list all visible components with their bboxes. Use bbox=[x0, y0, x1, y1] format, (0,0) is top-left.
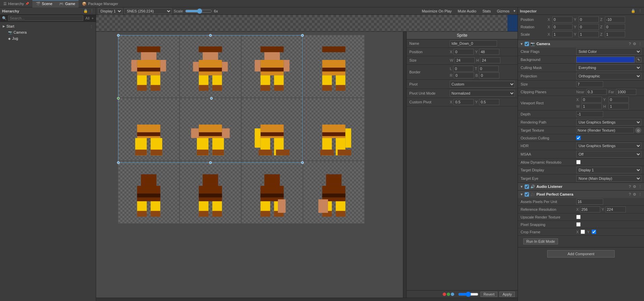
sprite-pivot-y[interactable] bbox=[479, 99, 499, 105]
rot-x-input[interactable] bbox=[552, 24, 573, 30]
add-component-btn[interactable]: Add Component bbox=[547, 250, 615, 258]
scale-slider[interactable] bbox=[185, 9, 212, 13]
svg-rect-62 bbox=[320, 150, 334, 156]
target-display-select[interactable]: Display 1 Display 2 bbox=[576, 167, 641, 173]
viewport-w-input[interactable] bbox=[582, 103, 602, 109]
pos-y-input[interactable] bbox=[579, 16, 599, 23]
hierarchy-item-start[interactable]: ▶ Start ⋮ bbox=[0, 23, 96, 29]
hierarchy-more-icon[interactable]: ⋮ bbox=[90, 9, 94, 13]
apply-button[interactable]: Apply bbox=[499, 292, 515, 297]
tab-package-manager[interactable]: 📦 Package Manager bbox=[79, 0, 121, 7]
svg-rect-38 bbox=[137, 132, 160, 136]
occlusion-culling-checkbox[interactable] bbox=[576, 136, 581, 140]
depth-input[interactable] bbox=[576, 111, 603, 117]
pixel-more-icon[interactable]: ⋮ bbox=[638, 192, 642, 197]
upscale-render-checkbox[interactable] bbox=[576, 215, 581, 219]
resolution-select[interactable]: SNES (256:224) bbox=[124, 8, 172, 14]
sprite-pivot-x[interactable] bbox=[453, 99, 474, 105]
pixels-per-unit-input[interactable] bbox=[576, 199, 603, 205]
msaa-select[interactable]: Off 2x 4x 8x bbox=[576, 151, 641, 158]
pixel-help-icon[interactable]: ? bbox=[629, 192, 631, 197]
audio-listener-checkbox[interactable] bbox=[525, 185, 529, 189]
stats-btn[interactable]: Stats bbox=[480, 8, 493, 14]
ref-res-y-input[interactable] bbox=[606, 206, 626, 212]
canvas-horizontal-scrollbar[interactable] bbox=[96, 298, 518, 301]
revert-button[interactable]: Revert bbox=[480, 292, 497, 297]
hierarchy-lock-icon[interactable]: 🔒 bbox=[83, 9, 88, 13]
background-color-swatch[interactable] bbox=[576, 57, 635, 63]
far-clip-input[interactable] bbox=[616, 89, 636, 95]
scale-y-input[interactable] bbox=[579, 31, 599, 37]
target-eye-select[interactable]: None (Main Display) Both Left Right bbox=[576, 175, 641, 182]
target-texture-select-btn[interactable]: ⊙ bbox=[635, 127, 641, 133]
sprite-pivot-select[interactable]: Custom Center TopLeft TopCenter TopRight… bbox=[450, 81, 515, 88]
viewport-y-input[interactable] bbox=[609, 97, 629, 103]
tab-game[interactable]: 🎮 Game bbox=[56, 0, 79, 7]
upscale-render-row: Upscale Render Texture bbox=[518, 213, 644, 221]
mute-audio-btn[interactable]: Mute Audio bbox=[456, 8, 478, 14]
hdr-select[interactable]: Use Graphics Settings On Off bbox=[576, 142, 641, 149]
near-clip-input[interactable] bbox=[586, 89, 607, 95]
hierarchy-item-jug[interactable]: ◈ Jug bbox=[0, 35, 96, 41]
sprite-name-input[interactable] bbox=[450, 40, 497, 46]
projection-select[interactable]: Orthographic Perspective bbox=[576, 73, 641, 79]
camera-size-input[interactable] bbox=[576, 81, 603, 87]
run-in-edit-mode-btn[interactable]: Run In Edit Mode bbox=[523, 238, 558, 244]
gizmos-dropdown-icon[interactable]: ▾ bbox=[514, 9, 516, 13]
ref-res-x-input[interactable] bbox=[580, 206, 600, 212]
rot-y-input[interactable] bbox=[579, 24, 599, 30]
camera-component-header[interactable]: ▼ 📷 Camera ? ⚙ ⋮ bbox=[518, 40, 644, 47]
audio-listener-header[interactable]: ▼ 🔊 Audio Listener ? ⚙ ⋮ bbox=[518, 183, 644, 190]
pos-z-input[interactable] bbox=[605, 16, 625, 23]
hierarchy-add-icon[interactable]: + bbox=[92, 16, 94, 20]
start-options-icon[interactable]: ⋮ bbox=[90, 25, 93, 28]
tab-hierarchy[interactable]: ☰ Hierarchy 📌 bbox=[0, 0, 32, 7]
pixel-camera-checkbox[interactable] bbox=[525, 192, 529, 197]
tab-scene[interactable]: 🎬 Scene bbox=[32, 0, 56, 7]
sprite-canvas-area[interactable] bbox=[96, 32, 406, 298]
rendering-path-select[interactable]: Use Graphics Settings Forward Deferred bbox=[576, 119, 641, 126]
camera-settings-icon[interactable]: ⚙ bbox=[633, 42, 636, 46]
scale-x-input[interactable] bbox=[552, 31, 573, 37]
camera-more-icon[interactable]: ⋮ bbox=[638, 42, 642, 46]
inspector-lock-icon[interactable]: 🔒 bbox=[631, 9, 636, 13]
crop-frame-x-checkbox[interactable] bbox=[581, 230, 585, 234]
camera-enabled-checkbox[interactable] bbox=[525, 42, 529, 46]
sprite-border-l[interactable] bbox=[453, 66, 473, 72]
sprite-pivot-unit-select[interactable]: Normalized Pixels bbox=[450, 90, 515, 97]
audio-help-icon[interactable]: ? bbox=[629, 185, 631, 189]
audio-more-icon[interactable]: ⋮ bbox=[638, 185, 642, 189]
pixel-camera-header[interactable]: ▼ 🎥 Pixel Perfect Camera ? ⚙ ⋮ bbox=[518, 191, 644, 198]
display-select[interactable]: Display 1 bbox=[98, 8, 122, 14]
culling-mask-select[interactable]: Everything Nothing bbox=[576, 64, 641, 71]
target-texture-input[interactable] bbox=[576, 127, 634, 133]
sprite-size-w[interactable] bbox=[455, 57, 475, 63]
crop-frame-y-checkbox[interactable] bbox=[592, 230, 596, 234]
dynamic-resolution-checkbox[interactable] bbox=[576, 160, 581, 164]
sprite-pos-y[interactable] bbox=[479, 49, 499, 55]
gizmos-btn[interactable]: Gizmos bbox=[495, 8, 511, 14]
hierarchy-search-input[interactable] bbox=[8, 15, 83, 21]
viewport-h-input[interactable] bbox=[609, 103, 629, 109]
color-slider[interactable] bbox=[458, 292, 478, 297]
canvas-vertical-scrollbar[interactable] bbox=[403, 32, 406, 298]
viewport-x-input[interactable] bbox=[582, 97, 602, 103]
maximize-on-play-btn[interactable]: Maximize On Play bbox=[420, 8, 454, 14]
pixel-settings-icon[interactable]: ⚙ bbox=[633, 192, 636, 197]
pixel-snapping-checkbox[interactable] bbox=[576, 222, 581, 227]
background-color-edit-btn[interactable]: ✎ bbox=[636, 57, 641, 62]
sprite-border-b[interactable] bbox=[479, 72, 499, 78]
sprite-size-h[interactable] bbox=[480, 57, 500, 63]
pos-x-input[interactable] bbox=[552, 16, 573, 23]
clear-flags-select[interactable]: Solid Color Skybox Depth only Don't Clea… bbox=[576, 48, 641, 55]
inspector-more-icon[interactable]: ⋮ bbox=[638, 9, 642, 13]
sprite-pos-x[interactable] bbox=[453, 49, 474, 55]
hierarchy-item-camera[interactable]: 📷 Camera bbox=[0, 29, 96, 35]
scale-z-input[interactable] bbox=[605, 31, 625, 37]
camera-help-icon[interactable]: ? bbox=[629, 42, 631, 46]
rot-z-input[interactable] bbox=[605, 24, 625, 30]
audio-settings-icon[interactable]: ⚙ bbox=[633, 185, 636, 189]
sprite-border-t[interactable] bbox=[478, 66, 499, 72]
sprite-border-r[interactable] bbox=[454, 72, 474, 78]
hierarchy-tab-pin[interactable]: 📌 bbox=[25, 1, 29, 7]
